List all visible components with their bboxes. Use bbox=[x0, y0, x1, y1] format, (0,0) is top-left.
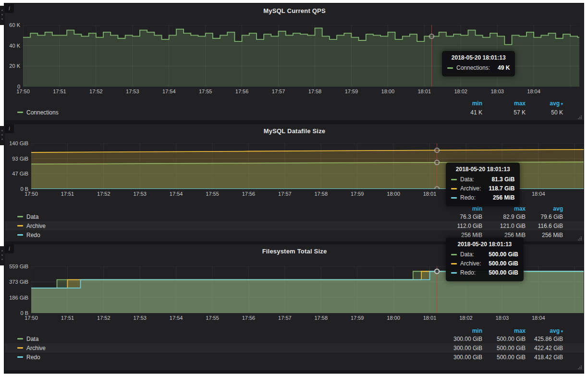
x-axis-label: 17:58 bbox=[299, 88, 330, 95]
panel-resize-handle[interactable] bbox=[577, 235, 583, 240]
panel-title[interactable]: MySQL Datafile Size bbox=[5, 127, 584, 135]
stat-value-min: 300.00 GiB bbox=[439, 354, 482, 361]
x-axis-label: 17:59 bbox=[342, 191, 373, 197]
x-axis-label: 17:59 bbox=[342, 315, 373, 321]
stat-value-avg: 418.42 GiB bbox=[526, 354, 563, 361]
legend-series-name[interactable]: Connections bbox=[26, 109, 59, 116]
row-drag-handle[interactable] bbox=[0, 246, 4, 265]
legend-series-name[interactable]: Data bbox=[26, 336, 38, 342]
x-axis-label: 18:03 bbox=[487, 315, 517, 321]
stat-header-min[interactable]: min bbox=[439, 327, 482, 334]
stat-header-max[interactable]: max bbox=[482, 100, 526, 107]
sort-caret-icon: ▾ bbox=[560, 101, 563, 106]
x-axis-label: 17:55 bbox=[190, 88, 221, 95]
hover-point-marker bbox=[429, 34, 434, 38]
x-axis-label: 17:52 bbox=[88, 191, 119, 197]
series-color-dash-icon bbox=[451, 263, 457, 264]
series-color-dash-icon bbox=[451, 254, 457, 255]
series-color-dash-icon bbox=[17, 347, 23, 349]
x-axis-label: 17:56 bbox=[233, 315, 264, 321]
x-axis-label: 17:57 bbox=[270, 315, 300, 321]
stat-header-avg[interactable]: avg ▾ bbox=[526, 327, 563, 334]
legend-row-archive: Archive112.0 GiB121.0 GiB116.6 GiB bbox=[5, 221, 584, 230]
stat-value-min: 76.3 GiB bbox=[439, 214, 482, 220]
hover-point-marker bbox=[435, 148, 439, 152]
tooltip-series-value: 118.7 GiB bbox=[481, 184, 514, 193]
stat-value-max: 500.00 GiB bbox=[482, 336, 526, 342]
tooltip-series-row: Data:500.00 GiB bbox=[451, 250, 518, 259]
stat-value-min: 300.00 GiB bbox=[439, 336, 482, 342]
x-axis-label: 17:54 bbox=[161, 191, 192, 197]
hover-tooltip-filesystem: 2018-05-20 18:01:13 Data:500.00 GiBArchi… bbox=[446, 238, 524, 281]
sort-caret-icon: ▾ bbox=[560, 329, 563, 334]
row-drag-handle[interactable] bbox=[0, 126, 4, 145]
x-axis-label: 17:57 bbox=[263, 88, 294, 95]
legend-series-name[interactable]: Redo bbox=[26, 232, 40, 239]
stat-header-min[interactable]: min bbox=[439, 100, 482, 107]
hover-point-marker bbox=[435, 269, 439, 274]
x-axis-label: 17:55 bbox=[197, 315, 228, 321]
panel-resize-handle[interactable] bbox=[577, 113, 583, 119]
tooltip-series-label: Connections: bbox=[456, 63, 490, 73]
series-color-dash-icon bbox=[17, 356, 23, 358]
stat-value-max: 82.9 GiB bbox=[482, 214, 526, 220]
legend-series-name[interactable]: Archive bbox=[26, 345, 46, 352]
stat-value-avg: 256 MiB bbox=[526, 232, 563, 239]
tooltip-series-row: Connections:49 K bbox=[447, 63, 510, 73]
x-axis-label: 18:02 bbox=[445, 88, 476, 95]
legend-series-name[interactable]: Archive bbox=[26, 223, 46, 229]
legend-series-name[interactable]: Redo bbox=[26, 354, 40, 361]
x-axis-label: 17:52 bbox=[88, 315, 119, 321]
x-axis-label: 17:56 bbox=[233, 191, 264, 197]
x-axis-label: 18:00 bbox=[378, 191, 409, 197]
y-axis-label: 559 GiB bbox=[3, 264, 28, 270]
tooltip-timestamp: 2018-05-20 18:01:13 bbox=[447, 54, 510, 61]
stat-value-avg: 425.86 GiB bbox=[526, 336, 563, 342]
legend-stats-header: minmaxavg ▾ bbox=[5, 99, 584, 107]
series-color-dash-icon bbox=[451, 179, 457, 180]
x-axis-label: 18:04 bbox=[518, 88, 549, 95]
x-axis-label: 17:57 bbox=[270, 191, 300, 197]
x-axis-label: 18:01 bbox=[409, 88, 440, 95]
tooltip-series-label: Data: bbox=[460, 175, 474, 184]
y-axis-label: 373 GiB bbox=[3, 279, 28, 285]
legend-series-name[interactable]: Data bbox=[26, 214, 38, 220]
x-axis-label: 17:53 bbox=[117, 88, 148, 95]
tooltip-series-label: Redo: bbox=[460, 268, 476, 277]
hover-point-marker bbox=[435, 187, 439, 189]
stat-value-max: 500.00 GiB bbox=[482, 345, 526, 352]
tooltip-series-value: 49 K bbox=[490, 63, 510, 73]
stat-header-max[interactable]: max bbox=[482, 327, 526, 334]
row-drag-handle[interactable] bbox=[0, 6, 4, 25]
tooltip-series-row: Redo:500.00 GiB bbox=[451, 268, 518, 277]
x-axis-label: 18:01 bbox=[415, 315, 445, 321]
x-axis-label: 17:55 bbox=[197, 191, 228, 197]
tooltip-timestamp: 2018-05-20 18:01:13 bbox=[451, 241, 518, 248]
x-axis-label: 17:50 bbox=[8, 88, 38, 95]
x-axis-label: 17:52 bbox=[81, 88, 111, 95]
legend-row-data: Data76.3 GiB82.9 GiB79.6 GiB bbox=[5, 212, 584, 221]
legend-row-connections: Connections41 K57 K50 K bbox=[5, 108, 584, 116]
tooltip-series-value: 81.3 GiB bbox=[484, 175, 514, 184]
tooltip-series-label: Data: bbox=[460, 250, 474, 259]
tooltip-series-label: Redo: bbox=[460, 193, 476, 202]
hover-point-marker bbox=[435, 160, 439, 164]
x-axis-label: 17:51 bbox=[52, 315, 83, 321]
series-color-dash-icon bbox=[17, 216, 23, 217]
stat-header-avg[interactable]: avg ▾ bbox=[526, 100, 563, 107]
stat-value-avg: 116.6 GiB bbox=[526, 223, 563, 229]
x-axis-label: 17:51 bbox=[52, 191, 83, 197]
tooltip-series-row: Data:81.3 GiB bbox=[451, 175, 514, 184]
tooltip-series-value: 256 MiB bbox=[485, 193, 514, 202]
y-axis-label: 47 GiB bbox=[3, 171, 28, 177]
x-axis-label: 18:04 bbox=[523, 191, 554, 197]
series-color-dash-icon bbox=[17, 225, 23, 226]
panel-resize-handle[interactable] bbox=[577, 364, 583, 369]
x-axis-label: 17:53 bbox=[124, 315, 155, 321]
y-axis-label: 186 GiB bbox=[3, 295, 28, 301]
panel-title[interactable]: MySQL Current QPS bbox=[5, 7, 584, 14]
tooltip-series-value: 500.00 GiB bbox=[481, 259, 518, 268]
x-axis-label: 17:58 bbox=[306, 315, 336, 321]
stat-header-avg[interactable]: avg bbox=[526, 205, 563, 212]
y-axis-label: 20 K bbox=[0, 63, 20, 69]
